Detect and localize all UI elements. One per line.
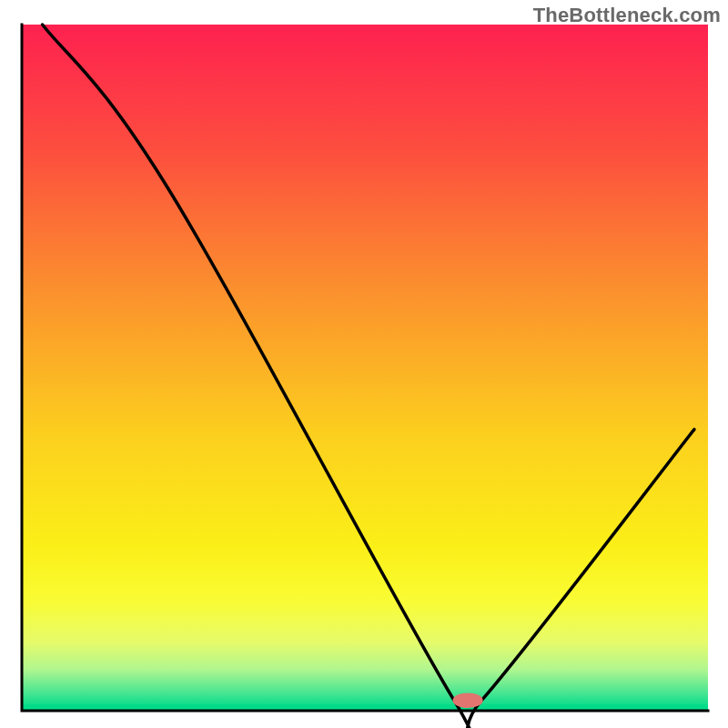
bottleneck-curve-chart <box>0 0 728 728</box>
gradient-background <box>22 25 708 711</box>
chart-frame: TheBottleneck.com <box>0 0 728 728</box>
optimum-marker <box>453 693 483 708</box>
watermark: TheBottleneck.com <box>533 4 721 27</box>
